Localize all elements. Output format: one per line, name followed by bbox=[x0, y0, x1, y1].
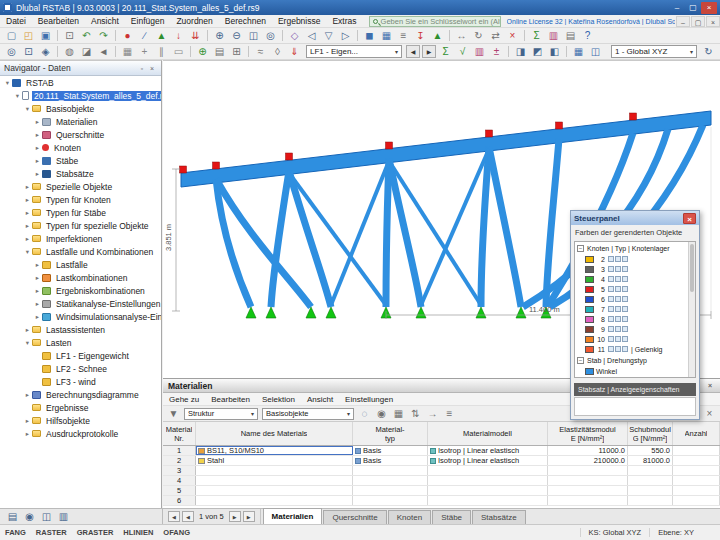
anzahl-cell[interactable] bbox=[673, 496, 720, 505]
material-name-cell[interactable] bbox=[196, 496, 353, 505]
material-row-4[interactable]: 4 bbox=[163, 476, 720, 486]
visibility-checkbox[interactable] bbox=[615, 286, 621, 292]
mdi-close-button[interactable]: × bbox=[706, 16, 720, 27]
material-name-cell[interactable] bbox=[196, 476, 353, 485]
visibility-checkbox[interactable] bbox=[622, 296, 628, 302]
navigator-close-icon[interactable]: × bbox=[147, 65, 157, 72]
zoom-window-icon[interactable]: ◫ bbox=[246, 29, 261, 43]
visibility-checkbox[interactable] bbox=[608, 266, 614, 272]
steuerpanel-window[interactable]: Steuerpanel × Farben der gerenderten Obj… bbox=[570, 210, 700, 420]
calculate-icon[interactable]: Σ bbox=[529, 29, 544, 43]
top-support-2[interactable] bbox=[213, 162, 220, 169]
ground-support-4[interactable] bbox=[326, 307, 336, 318]
color-entry-2[interactable]: 2 bbox=[575, 254, 695, 264]
menu-ansicht-tabelle[interactable]: Ansicht bbox=[301, 395, 339, 404]
tree-item-typen-f-r-knoten[interactable]: ▸Typen für Knoten bbox=[0, 193, 161, 206]
material-name-cell[interactable] bbox=[196, 486, 353, 495]
tree-item-lf3-wind[interactable]: LF3 - wind bbox=[0, 375, 161, 388]
tree-item-lastassistenten[interactable]: ▸Lastassistenten bbox=[0, 323, 161, 336]
stab-color-entry[interactable]: Winkel bbox=[575, 366, 695, 376]
tree-item-knoten[interactable]: ▸Knoten bbox=[0, 141, 161, 154]
check-model-icon[interactable]: √ bbox=[455, 45, 470, 59]
collapse-icon[interactable]: − bbox=[577, 357, 584, 364]
visibility-checkbox[interactable] bbox=[622, 336, 628, 342]
tree-expander-icon[interactable]: ▸ bbox=[23, 391, 32, 399]
anzahl-cell[interactable] bbox=[673, 456, 720, 465]
color-entry-6[interactable]: 6 bbox=[575, 294, 695, 304]
new-member-load-icon[interactable]: ⇊ bbox=[188, 29, 203, 43]
results-icon[interactable]: ▥ bbox=[546, 29, 561, 43]
tree-expander-icon[interactable]: ▸ bbox=[33, 131, 42, 139]
emodul-cell[interactable] bbox=[548, 486, 628, 495]
tree-item-ergebniskombinationen[interactable]: ▸Ergebniskombinationen bbox=[0, 284, 161, 297]
visibility-checkbox[interactable] bbox=[622, 266, 628, 272]
new-model-icon[interactable]: ▢ bbox=[4, 29, 19, 43]
gmodul-cell[interactable] bbox=[628, 466, 673, 475]
ground-support-7[interactable] bbox=[476, 307, 486, 318]
view-z-icon[interactable]: ▷ bbox=[338, 29, 353, 43]
menu-zuordnen[interactable]: Zuordnen bbox=[170, 16, 218, 26]
toggle-ofang[interactable]: OFANG bbox=[158, 528, 195, 537]
tree-item-lf2-schnee[interactable]: LF2 - Schnee bbox=[0, 362, 161, 375]
tree-item-ergebnisse[interactable]: Ergebnisse bbox=[0, 401, 161, 414]
show-supports-icon[interactable]: ▲ bbox=[430, 29, 445, 43]
material-modell-cell[interactable]: Isotrop | Linear elastisch bbox=[428, 456, 548, 465]
rendering-wireframe-icon[interactable]: ▦ bbox=[379, 29, 394, 43]
load-distribution-icon[interactable]: ⇓ bbox=[287, 45, 302, 59]
tree-item-windsimulationsanalyse-einstell[interactable]: ▸Windsimulationsanalyse-Einstell bbox=[0, 310, 161, 323]
menu-datei[interactable]: Datei bbox=[0, 16, 32, 26]
material-typ-cell[interactable]: Basis bbox=[353, 456, 428, 465]
ground-support-6[interactable] bbox=[416, 307, 426, 318]
emodul-cell[interactable] bbox=[548, 496, 628, 505]
legend-section-knoten[interactable]: − Knoten | Typ | Knotenlager bbox=[575, 242, 695, 254]
legend-section-stab[interactable]: − Stab | Drehungstyp bbox=[575, 354, 695, 366]
visibility-checkbox[interactable] bbox=[615, 336, 621, 342]
tree-expander-icon[interactable]: ▾ bbox=[23, 105, 32, 113]
toggle-fang[interactable]: FANG bbox=[0, 528, 31, 537]
visibility-checkbox[interactable] bbox=[622, 326, 628, 332]
stabsatz-tab[interactable]: Stabsatz | Anzeigeeigenschaften bbox=[574, 383, 696, 396]
tree-expander-icon[interactable]: ▸ bbox=[23, 235, 32, 243]
column-header-anzahl[interactable]: Anzahl bbox=[673, 422, 720, 445]
table-filter-icon[interactable]: ▼ bbox=[166, 407, 181, 421]
table-columns-icon[interactable]: ▦ bbox=[391, 407, 406, 421]
last-table-button[interactable]: ▶ bbox=[243, 511, 255, 522]
navigator-tab-zeigen-icon[interactable]: ◉ bbox=[22, 510, 37, 524]
anzahl-cell[interactable] bbox=[673, 466, 720, 475]
table-export-icon[interactable]: → bbox=[425, 407, 440, 421]
coordinate-system-combo[interactable]: 1 - Global XYZ ▾ bbox=[611, 45, 697, 58]
tree-item-lastkombinationen[interactable]: ▸Lastkombinationen bbox=[0, 271, 161, 284]
pier-8[interactable] bbox=[489, 147, 521, 307]
pier-1[interactable] bbox=[216, 179, 251, 307]
zoom-all-icon[interactable]: ◎ bbox=[263, 29, 278, 43]
minimize-button[interactable]: – bbox=[669, 2, 685, 14]
first-table-button[interactable]: ◀ bbox=[168, 511, 180, 522]
tree-item-statikanalyse-einstellungen[interactable]: ▸Statikanalyse-Einstellungen bbox=[0, 297, 161, 310]
print-icon[interactable]: ⊡ bbox=[62, 29, 77, 43]
select-objects-icon[interactable]: ◎ bbox=[4, 45, 19, 59]
menu-ergebnisse[interactable]: Ergebnisse bbox=[272, 16, 327, 26]
navigator-tab-daten-icon[interactable]: ▤ bbox=[5, 510, 20, 524]
color-entry-4[interactable]: 4 bbox=[575, 274, 695, 284]
gmodul-cell[interactable] bbox=[628, 496, 673, 505]
pier-6[interactable] bbox=[389, 159, 421, 307]
tree-item-materialien[interactable]: ▸Materialien bbox=[0, 115, 161, 128]
result-values-icon[interactable]: ± bbox=[489, 45, 504, 59]
tree-expander-icon[interactable]: ▸ bbox=[23, 196, 32, 204]
material-row-1[interactable]: 1BS11, S10/MS10BasisIsotrop | Linear ela… bbox=[163, 446, 720, 456]
undo-icon[interactable]: ↶ bbox=[79, 29, 94, 43]
emodul-cell[interactable] bbox=[548, 466, 628, 475]
pier-7[interactable] bbox=[481, 147, 489, 307]
tree-expander-icon[interactable]: ▾ bbox=[23, 248, 32, 256]
select-window-icon[interactable]: ⊡ bbox=[21, 45, 36, 59]
tree-item-lastf-lle[interactable]: ▸Lastfälle bbox=[0, 258, 161, 271]
visibility-checkbox[interactable] bbox=[615, 316, 621, 322]
visibility-checkbox[interactable] bbox=[608, 276, 614, 282]
anzahl-cell[interactable] bbox=[673, 486, 720, 495]
table-sort-icon[interactable]: ⇅ bbox=[408, 407, 423, 421]
rotate-icon[interactable]: ↻ bbox=[471, 29, 486, 43]
rendering-solid-icon[interactable]: ◼ bbox=[362, 29, 377, 43]
tree-expander-icon[interactable]: ▸ bbox=[33, 170, 42, 178]
visibility-checkbox[interactable] bbox=[608, 326, 614, 332]
materials-panel-close-icon[interactable]: × bbox=[705, 382, 715, 389]
